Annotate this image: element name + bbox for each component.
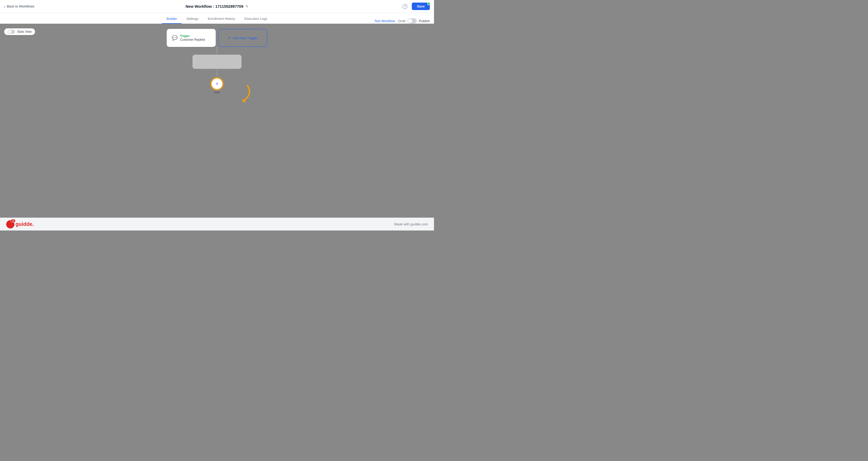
history-icon[interactable]: 🕐 (402, 4, 408, 9)
trigger-card[interactable]: 💬 Trigger Customer Replied (167, 29, 216, 47)
tab-builder[interactable]: Builder (162, 14, 182, 24)
stats-view-label: Stats View (17, 30, 31, 34)
edit-title-icon[interactable]: ✎ (245, 4, 248, 8)
draft-publish-toggle[interactable] (407, 18, 417, 24)
end-label: END (214, 91, 220, 94)
add-trigger-plus-icon: + (228, 35, 231, 41)
trigger-text: Trigger Customer Replied (180, 34, 205, 41)
footer-tagline: Made with guidde.com (394, 222, 428, 226)
workflow-canvas: Stats View 💬 Trigger Customer Replied + … (0, 24, 434, 218)
end-node-button[interactable]: + (211, 77, 223, 90)
back-to-workflows-button[interactable]: ‹ Back to Workflows (4, 4, 34, 8)
app-footer: 16 guidde. Made with guidde.com (0, 218, 434, 230)
draft-toggle-area: Draft Publish (398, 18, 430, 24)
test-workflow-button[interactable]: Test Workflow (374, 19, 395, 23)
draft-label: Draft (398, 19, 405, 23)
svg-marker-0 (242, 98, 246, 102)
guidde-brand-text: guidde. (16, 221, 34, 227)
trigger-chat-icon: 💬 (172, 35, 178, 41)
save-button[interactable]: Save (412, 3, 430, 10)
nav-right-actions: Test Workflow Draft Publish (374, 18, 430, 24)
trigger-value: Customer Replied (180, 38, 205, 41)
end-node-container: + END (211, 77, 223, 94)
tab-execution-logs[interactable]: Execution Logs (240, 14, 272, 24)
guidde-badge: 16 (10, 219, 16, 223)
trigger-label: Trigger (180, 34, 205, 37)
end-plus-icon: + (215, 81, 219, 87)
publish-label: Publish (419, 19, 430, 23)
header-actions: 🕐 Save (402, 3, 430, 10)
guidde-avatar: 16 (6, 220, 14, 228)
tab-enrollment-history[interactable]: Enrollment History (203, 14, 240, 24)
back-arrow-icon: ‹ (4, 4, 5, 8)
empty-node (192, 55, 242, 69)
nav-tabs-bar: Builder Settings Enrollment History Exec… (0, 13, 434, 24)
back-label: Back to Workflows (7, 4, 35, 8)
trigger-row: 💬 Trigger Customer Replied + Add New Tri… (167, 29, 267, 47)
connector-line-2 (217, 69, 217, 76)
workflow-nodes-area: 💬 Trigger Customer Replied + Add New Tri… (167, 29, 267, 94)
app-header: ‹ Back to Workflows New Workflow : 17115… (0, 0, 434, 13)
workflow-title: New Workflow : 1711552897709 (186, 4, 243, 8)
stats-toggle-switch[interactable] (8, 30, 15, 34)
tab-settings[interactable]: Settings (182, 14, 203, 24)
connector-line (217, 47, 217, 55)
guidde-logo: 16 guidde. (6, 220, 34, 228)
stats-knob (8, 30, 11, 33)
add-trigger-card[interactable]: + Add New Trigger (218, 29, 267, 47)
tabs-center: Builder Settings Enrollment History Exec… (162, 14, 272, 24)
add-trigger-label: Add New Trigger (233, 36, 258, 40)
header-title-area: New Workflow : 1711552897709 ✎ (186, 4, 248, 8)
toggle-knob (408, 19, 412, 23)
stats-view-toggle[interactable]: Stats View (4, 28, 35, 35)
